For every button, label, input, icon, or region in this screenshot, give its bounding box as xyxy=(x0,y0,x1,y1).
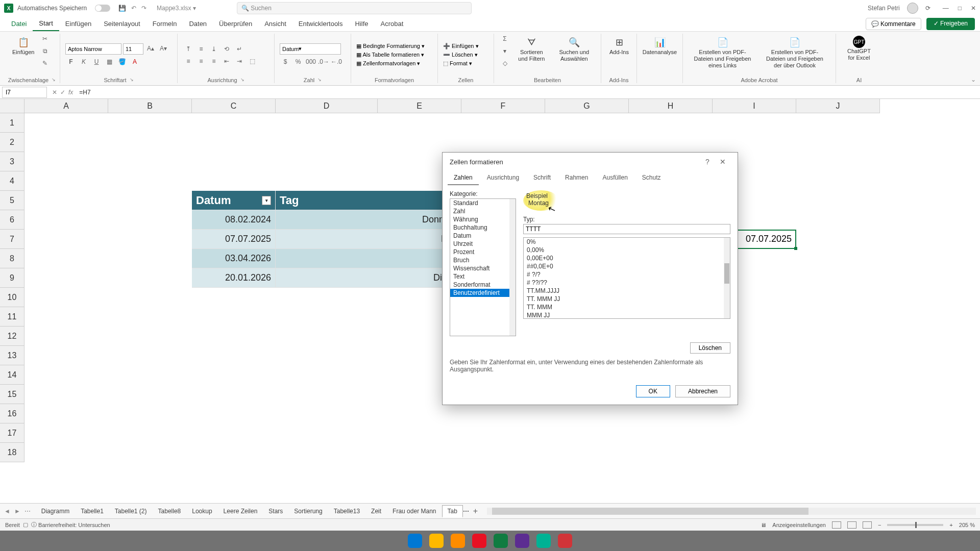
dialog-tab[interactable]: Zahlen xyxy=(448,171,479,185)
category-item[interactable]: Buchhaltung xyxy=(450,223,516,232)
format-scrollbar[interactable] xyxy=(724,238,730,318)
enter-formula-icon[interactable]: ✓ xyxy=(60,89,65,96)
align-center-icon[interactable]: ≡ xyxy=(195,56,207,66)
align-left-icon[interactable]: ≡ xyxy=(183,56,194,66)
sheet-tab[interactable]: Lookup xyxy=(186,505,217,517)
sync-icon[interactable]: ⟳ xyxy=(925,5,930,12)
cell[interactable]: Datum▾ xyxy=(192,191,276,210)
formula-input[interactable]: =H7 xyxy=(76,89,980,96)
row-header[interactable]: 3 xyxy=(0,152,24,171)
dialog-tab[interactable]: Ausfüllen xyxy=(596,171,633,185)
taskbar-app-icon[interactable] xyxy=(429,534,444,548)
sheet-tab[interactable]: Frau oder Mann xyxy=(387,505,442,517)
sheet-tab[interactable]: Zeit xyxy=(365,505,387,517)
number-launcher-icon[interactable]: ↘ xyxy=(317,77,322,83)
row-header[interactable]: 13 xyxy=(0,346,24,365)
column-header[interactable]: I xyxy=(713,99,796,113)
increase-indent-icon[interactable]: ⇥ xyxy=(234,56,245,66)
tab-start[interactable]: Start xyxy=(33,16,59,31)
cell[interactable]: Fre xyxy=(276,249,461,268)
zoom-out-icon[interactable]: − xyxy=(878,522,881,528)
tab-seitenlayout[interactable]: Seitenlayout xyxy=(97,17,146,31)
cut-icon[interactable]: ✂ xyxy=(39,34,51,44)
merge-icon[interactable]: ⬚ xyxy=(247,56,258,66)
increase-font-icon[interactable]: A▴ xyxy=(145,43,156,54)
column-header[interactable]: C xyxy=(192,99,276,113)
row-header[interactable]: 14 xyxy=(0,365,24,385)
tab-hilfe[interactable]: Hilfe xyxy=(349,17,375,31)
row-header[interactable]: 4 xyxy=(0,171,24,191)
decrease-decimal-icon[interactable]: ←.0 xyxy=(331,57,342,67)
autosum-icon[interactable]: Σ xyxy=(499,34,510,44)
comma-icon[interactable]: 000 xyxy=(305,57,316,67)
ok-button[interactable]: OK xyxy=(636,385,670,397)
font-size-combo[interactable]: 11 xyxy=(123,43,143,55)
row-header[interactable]: 15 xyxy=(0,385,24,404)
taskbar-app-icon[interactable] xyxy=(494,534,508,548)
find-select-button[interactable]: 🔍Suchen und Auswählen xyxy=(553,34,596,64)
sheet-tab[interactable]: Leere Zeilen xyxy=(218,505,263,517)
name-box[interactable]: I7 xyxy=(2,87,47,98)
taskbar-app-icon[interactable] xyxy=(558,534,572,548)
decrease-indent-icon[interactable]: ⇤ xyxy=(221,56,232,66)
format-item[interactable]: 0% xyxy=(524,238,730,246)
taskbar-app-icon[interactable] xyxy=(408,534,422,548)
column-header[interactable]: F xyxy=(461,99,545,113)
insert-cells-button[interactable]: ➕ Einfügen ▾ xyxy=(443,43,479,49)
column-header[interactable]: E xyxy=(378,99,461,113)
undo-icon[interactable]: ↶ xyxy=(131,5,136,12)
cell[interactable]: 07.07.2025 xyxy=(192,230,276,249)
copy-icon[interactable]: ⧉ xyxy=(39,46,51,56)
sheet-tab[interactable]: Stars xyxy=(263,505,288,517)
orientation-icon[interactable]: ⟲ xyxy=(221,44,232,54)
format-item[interactable]: # ?/? xyxy=(524,270,730,279)
wrap-text-icon[interactable]: ↵ xyxy=(234,44,245,54)
fill-color-icon[interactable]: 🪣 xyxy=(116,57,128,67)
dialog-help-icon[interactable]: ? xyxy=(700,158,715,166)
category-list[interactable]: StandardZahlWährungBuchhaltungDatumUhrze… xyxy=(450,198,516,336)
font-name-combo[interactable]: Aptos Narrow xyxy=(65,43,121,55)
column-header[interactable]: A xyxy=(24,99,108,113)
accessibility-icon[interactable]: ⓘ xyxy=(31,521,37,529)
dialog-close-icon[interactable]: ✕ xyxy=(715,158,730,166)
conditional-format-button[interactable]: ▦ Bedingte Formatierung ▾ xyxy=(356,43,425,49)
select-all-corner[interactable] xyxy=(0,99,24,113)
sheet-more-icon[interactable]: ⋯ xyxy=(24,508,31,515)
column-header[interactable]: J xyxy=(796,99,880,113)
clipboard-launcher-icon[interactable]: ↘ xyxy=(52,77,56,83)
cell[interactable]: Diens xyxy=(276,268,461,288)
user-name[interactable]: Stefan Petri xyxy=(868,5,900,12)
bold-icon[interactable]: F xyxy=(65,57,77,67)
tab-überprüfen[interactable]: Überprüfen xyxy=(213,17,258,31)
paste-button[interactable]: 📋Einfügen xyxy=(9,34,37,58)
normal-view-icon[interactable] xyxy=(832,521,841,529)
delete-format-button[interactable]: Löschen xyxy=(690,342,730,354)
category-item[interactable]: Uhrzeit xyxy=(450,240,516,248)
sort-filter-button[interactable]: ᗊSortieren und Filtern xyxy=(512,34,551,64)
format-item[interactable]: # ??/?? xyxy=(524,279,730,287)
row-header[interactable]: 16 xyxy=(0,404,24,423)
cell-styles-button[interactable]: ▦ Zellenformatvorlagen ▾ xyxy=(356,60,420,67)
delete-cells-button[interactable]: ➖ Löschen ▾ xyxy=(443,52,478,58)
cell[interactable]: 08.02.2024 xyxy=(192,210,276,230)
sheet-overflow-icon[interactable]: ⋯ xyxy=(463,508,469,515)
avatar[interactable] xyxy=(907,3,918,14)
column-header[interactable]: G xyxy=(545,99,629,113)
search-box[interactable]: 🔍 Suchen xyxy=(237,2,472,14)
category-item[interactable]: Prozent xyxy=(450,248,516,256)
autosave-toggle[interactable] xyxy=(95,5,110,12)
taskbar-app-icon[interactable] xyxy=(515,534,529,548)
format-item[interactable]: MMM JJ xyxy=(524,311,730,319)
row-header[interactable]: 11 xyxy=(0,307,24,327)
comments-button[interactable]: 💬 Kommentare xyxy=(866,18,921,30)
format-item[interactable]: TT. MMM xyxy=(524,303,730,311)
format-painter-icon[interactable]: ✎ xyxy=(39,58,51,68)
sheet-next-icon[interactable]: ► xyxy=(14,508,20,515)
macro-record-icon[interactable]: ▢ xyxy=(23,521,28,528)
align-right-icon[interactable]: ≡ xyxy=(208,56,219,66)
data-analysis-button[interactable]: 📊Datenanalyse xyxy=(642,34,677,58)
align-launcher-icon[interactable]: ↘ xyxy=(240,77,244,83)
row-header[interactable]: 9 xyxy=(0,268,24,288)
cancel-button[interactable]: Abbrechen xyxy=(675,385,730,397)
category-item[interactable]: Bruch xyxy=(450,256,516,264)
